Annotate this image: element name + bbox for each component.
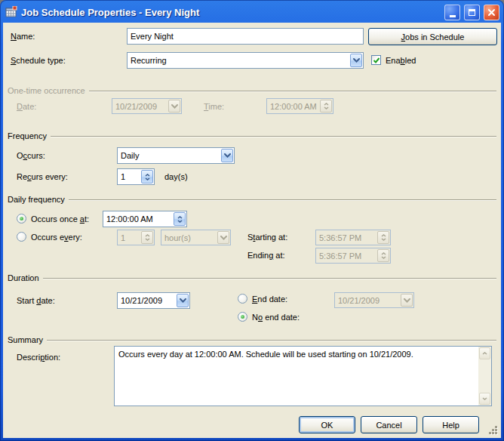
- spinner-up-down-icon: [141, 231, 153, 244]
- group-divider: [89, 91, 496, 92]
- end-date-value: 10/21/2009: [335, 296, 400, 305]
- maximize-icon: [469, 9, 475, 16]
- spinner-up-down-icon: [377, 249, 389, 262]
- ending-at-spinner: 5:36:57 PM: [315, 248, 391, 264]
- date-label: Date:: [17, 102, 36, 112]
- name-input[interactable]: [127, 28, 364, 45]
- title-bar[interactable]: Job Schedule Properties - Every Night: [0, 0, 504, 23]
- help-button[interactable]: Help: [423, 416, 479, 433]
- resize-grip[interactable]: [489, 426, 499, 436]
- schedule-type-label: Schedule type:: [11, 56, 66, 66]
- scroll-up-button[interactable]: [479, 347, 490, 359]
- chevron-down-icon: [401, 294, 413, 307]
- description-label: Description:: [17, 353, 60, 362]
- occurs-label: Occurs:: [17, 151, 45, 161]
- chevron-down-icon[interactable]: [177, 294, 189, 307]
- one-time-occurrence-group: One-time occurrence: [8, 85, 496, 96]
- occurs-every-unit-value: hour(s): [161, 233, 217, 242]
- recurs-unit-label: day(s): [164, 172, 188, 182]
- occurs-every-value: 1: [118, 233, 140, 242]
- group-divider: [47, 340, 496, 341]
- spinner-up-down-icon: [377, 231, 389, 244]
- recurs-every-label: Recurs every:: [17, 172, 68, 182]
- maximize-button[interactable]: [464, 5, 480, 20]
- one-time-time-spinner: 12:00:00 AM: [266, 98, 333, 114]
- spinner-up-down-icon[interactable]: [141, 170, 153, 183]
- occurs-once-label[interactable]: Occurs once at:: [31, 214, 89, 224]
- spinner-up-down-icon[interactable]: [174, 212, 186, 226]
- enabled-checkbox[interactable]: [371, 55, 381, 65]
- occurs-once-time-spinner[interactable]: 12:00:00 AM: [103, 211, 187, 227]
- starting-at-value: 5:36:57 PM: [316, 233, 376, 242]
- name-label: Name:: [11, 32, 35, 42]
- close-icon: [487, 8, 496, 17]
- schedule-type-value: Recurring: [128, 56, 349, 65]
- starting-at-label: Starting at:: [247, 233, 287, 242]
- description-text: Occurs every day at 12:00:00 AM. Schedul…: [115, 347, 478, 406]
- duration-group-label: Duration: [8, 273, 43, 282]
- occurs-every-unit-select: hour(s): [161, 230, 231, 245]
- summary-group-label: Summary: [8, 335, 47, 344]
- occurs-every-value-spinner: 1: [117, 230, 155, 245]
- occurs-once-time-value: 12:00:00 AM: [103, 214, 173, 224]
- frequency-group-label: Frequency: [8, 131, 51, 140]
- close-button[interactable]: [484, 5, 499, 20]
- one-time-time-value: 12:00:00 AM: [267, 102, 319, 111]
- occurs-value: Daily: [118, 151, 220, 160]
- summary-group: Summary: [8, 335, 496, 345]
- frequency-group: Frequency: [8, 131, 496, 141]
- group-divider: [43, 278, 496, 279]
- no-end-date-label[interactable]: No end date:: [252, 313, 300, 322]
- recurs-every-value: 1: [118, 172, 140, 181]
- dialog-body: Name: Jobs in Schedule Schedule type: Re…: [3, 23, 501, 438]
- occurs-every-label[interactable]: Occurs every:: [31, 233, 82, 242]
- minimize-button[interactable]: [444, 5, 460, 20]
- recurs-every-spinner[interactable]: 1: [117, 168, 155, 185]
- description-textarea[interactable]: Occurs every day at 12:00:00 AM. Schedul…: [114, 346, 492, 406]
- group-divider: [51, 136, 496, 137]
- chevron-down-icon: [217, 231, 229, 244]
- end-date-select: 10/21/2009: [334, 292, 414, 308]
- starting-at-spinner: 5:36:57 PM: [315, 230, 391, 245]
- ending-at-value: 5:36:57 PM: [316, 251, 376, 261]
- time-label: Time:: [204, 102, 224, 112]
- job-schedule-properties-dialog: Job Schedule Properties - Every Night Na…: [0, 0, 504, 441]
- cancel-button[interactable]: Cancel: [361, 416, 417, 433]
- description-scrollbar[interactable]: [478, 347, 491, 406]
- ok-button[interactable]: OK: [299, 416, 355, 433]
- daily-frequency-group: Daily frequency: [8, 194, 496, 205]
- chevron-down-icon[interactable]: [221, 149, 233, 162]
- scroll-track: [478, 360, 491, 392]
- one-time-occurrence-group-label: One-time occurrence: [8, 86, 89, 95]
- schedule-calendar-icon: [5, 6, 17, 18]
- no-end-date-radio[interactable]: [238, 312, 247, 322]
- start-date-select[interactable]: 10/21/2009: [117, 292, 190, 309]
- chevron-down-icon: [168, 100, 180, 113]
- end-date-label[interactable]: End date:: [252, 295, 287, 304]
- chevron-up-icon: [482, 352, 487, 355]
- chevron-down-icon: [482, 397, 487, 400]
- one-time-date-value: 10/21/2009: [112, 102, 167, 111]
- scroll-down-button[interactable]: [479, 393, 490, 405]
- window-title: Job Schedule Properties - Every Night: [21, 7, 441, 18]
- start-date-value: 10/21/2009: [118, 296, 176, 305]
- minimize-icon: [450, 15, 456, 17]
- chevron-down-icon[interactable]: [350, 54, 362, 67]
- group-divider: [69, 199, 496, 201]
- ending-at-label: Ending at:: [247, 251, 285, 261]
- spinner-up-down-icon: [320, 100, 332, 113]
- schedule-type-select[interactable]: Recurring: [127, 52, 364, 69]
- daily-frequency-group-label: Daily frequency: [8, 195, 69, 204]
- enabled-label[interactable]: Enabled: [386, 56, 416, 66]
- start-date-label: Start date:: [17, 296, 55, 306]
- end-date-radio[interactable]: [238, 294, 247, 304]
- occurs-select[interactable]: Daily: [117, 147, 235, 164]
- occurs-every-radio[interactable]: [17, 232, 26, 242]
- check-icon: [373, 57, 380, 64]
- jobs-in-schedule-button[interactable]: Jobs in Schedule: [368, 28, 497, 45]
- duration-group: Duration: [8, 273, 496, 283]
- occurs-once-radio[interactable]: [17, 214, 26, 224]
- one-time-date-select: 10/21/2009: [112, 98, 182, 114]
